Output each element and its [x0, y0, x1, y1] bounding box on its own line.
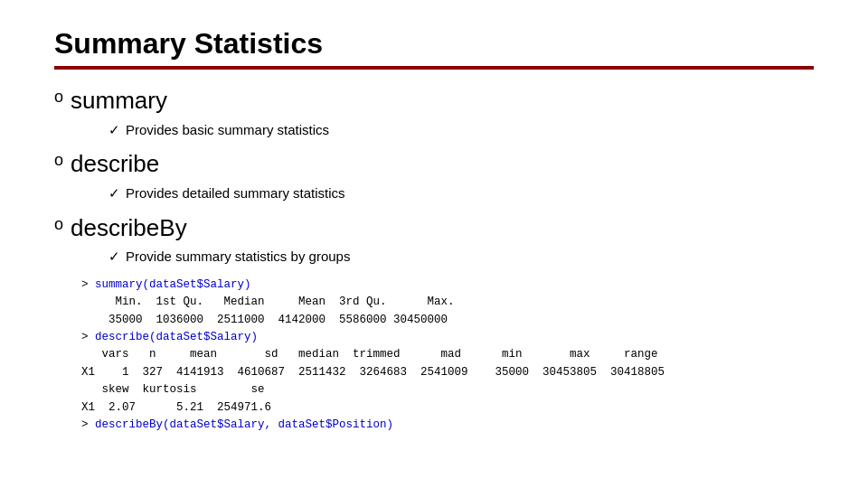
checkmark-1: ✓: [108, 120, 120, 141]
bullet-circle-1: o: [54, 86, 63, 108]
describeby-label: describeBy: [71, 213, 187, 244]
page-title: Summary Statistics: [54, 27, 814, 61]
prompt-3: >: [81, 418, 95, 431]
code-block: > summary(dataSet$Salary) Min. 1st Qu. M…: [81, 277, 814, 434]
describe-label: describe: [71, 149, 159, 180]
output-1: Min. 1st Qu. Median Mean 3rd Qu. Max.: [81, 296, 455, 308]
output-5: skew kurtosis se: [81, 383, 265, 396]
output-2: 35000 1036000 2511000 4142000 5586000 30…: [81, 314, 448, 326]
section-summary: o summary ✓ Provides basic summary stati…: [54, 86, 814, 140]
describeby-sub: Provide summary statistics by groups: [126, 247, 350, 267]
cmd-summary: summary(dataSet$Salary): [95, 278, 251, 291]
bullet-circle-3: o: [54, 213, 63, 236]
summary-label: summary: [71, 86, 167, 117]
cmd-describe: describe(dataSet$Salary): [95, 331, 258, 343]
checkmark-3: ✓: [108, 247, 120, 267]
checkmark-2: ✓: [108, 183, 120, 204]
prompt-2: >: [81, 331, 95, 343]
summary-sub: Provides basic summary statistics: [126, 120, 329, 141]
red-divider: [54, 66, 814, 70]
output-4: X1 1 327 4141913 4610687 2511432 3264683…: [81, 366, 665, 379]
section-describe: o describe ✓ Provides detailed summary s…: [54, 149, 814, 203]
output-6: X1 2.07 5.21 254971.6: [81, 401, 271, 414]
prompt-1: >: [81, 278, 95, 291]
describe-sub: Provides detailed summary statistics: [126, 183, 345, 204]
bullet-circle-2: o: [54, 149, 63, 172]
cmd-describeby: describeBy(dataSet$Salary, dataSet$Posit…: [95, 418, 393, 431]
section-describeby: o describeBy ✓ Provide summary statistic…: [54, 213, 814, 267]
output-3: vars n mean sd median trimmed mad min ma…: [81, 348, 658, 361]
